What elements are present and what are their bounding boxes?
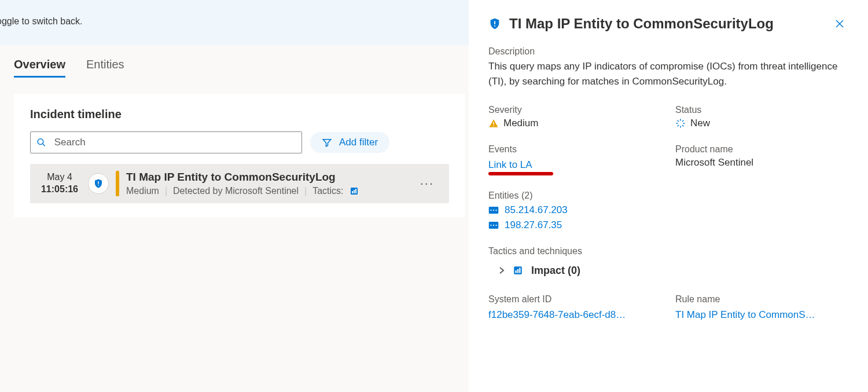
svg-rect-2 bbox=[98, 181, 99, 184]
timeline-date-day: May 4 bbox=[38, 171, 81, 184]
product-field: Product name Microsoft Sentinel bbox=[675, 144, 848, 175]
alert-id-label: System alert ID bbox=[488, 294, 661, 305]
ip-icon bbox=[488, 221, 499, 229]
status-text: New bbox=[690, 118, 710, 129]
entity-ip-text: 198.27.67.35 bbox=[505, 219, 562, 231]
svg-line-1 bbox=[42, 144, 45, 146]
field-grid: Severity Medium Status New Events Link t… bbox=[488, 105, 848, 175]
svg-rect-13 bbox=[493, 125, 494, 126]
panel-title: TI Map IP Entity to CommonSecurityLog bbox=[509, 16, 823, 32]
separator: | bbox=[304, 186, 307, 196]
alert-id-field: System alert ID f12be359-7648-7eab-6ecf-… bbox=[488, 294, 661, 321]
svg-line-21 bbox=[682, 120, 683, 121]
svg-point-28 bbox=[493, 225, 494, 226]
ip-icon bbox=[488, 206, 499, 214]
separator: | bbox=[165, 186, 167, 196]
severity-value: Medium bbox=[488, 118, 661, 129]
add-filter-label: Add filter bbox=[339, 137, 378, 148]
events-label: Events bbox=[488, 144, 661, 155]
tactic-impact-icon bbox=[350, 186, 359, 196]
svg-rect-12 bbox=[493, 122, 494, 124]
severity-text: Medium bbox=[503, 118, 538, 129]
panel-header: TI Map IP Entity to CommonSecurityLog bbox=[488, 15, 848, 32]
entity-ip-row[interactable]: 198.27.67.35 bbox=[488, 219, 848, 231]
timeline-date-time: 11:05:16 bbox=[38, 184, 81, 196]
search-row: Add filter bbox=[30, 131, 449, 153]
entity-ip-text: 85.214.67.203 bbox=[505, 204, 568, 216]
main-column: Overview Entities Incident timeline Add … bbox=[14, 58, 465, 217]
svg-rect-7 bbox=[355, 189, 356, 193]
timeline-title: TI Map IP Entity to CommonSecurityLog bbox=[126, 171, 410, 184]
search-icon bbox=[36, 137, 46, 148]
timeline-detected-by: Detected by Microsoft Sentinel bbox=[173, 186, 299, 196]
severity-bar bbox=[116, 171, 119, 196]
description-label: Description bbox=[488, 46, 848, 57]
timeline-tactics-label: Tactics: bbox=[312, 186, 343, 196]
entity-ip-row[interactable]: 85.214.67.203 bbox=[488, 204, 848, 216]
product-value: Microsoft Sentinel bbox=[675, 157, 848, 168]
timeline-severity: Medium bbox=[126, 186, 159, 196]
svg-rect-5 bbox=[352, 191, 353, 193]
svg-point-25 bbox=[495, 210, 496, 211]
svg-point-24 bbox=[493, 210, 494, 211]
svg-point-0 bbox=[38, 139, 43, 145]
incident-timeline-card: Incident timeline Add filter May 4 11:05… bbox=[14, 94, 465, 217]
more-actions-button[interactable]: ··· bbox=[417, 176, 437, 191]
status-label: Status bbox=[675, 105, 848, 115]
tab-overview[interactable]: Overview bbox=[14, 58, 65, 78]
status-value: New bbox=[675, 118, 848, 129]
banner-text: oggle to switch back. bbox=[0, 16, 83, 26]
shield-icon bbox=[488, 17, 501, 31]
svg-rect-8 bbox=[494, 21, 495, 24]
close-button[interactable] bbox=[831, 15, 848, 32]
product-label: Product name bbox=[675, 144, 848, 155]
close-icon bbox=[834, 19, 845, 29]
tabs: Overview Entities bbox=[14, 58, 465, 78]
svg-line-18 bbox=[678, 120, 679, 121]
entities-section: Entities (2) 85.214.67.203 198.27.67.35 bbox=[488, 190, 848, 231]
svg-point-23 bbox=[490, 210, 491, 211]
search-box[interactable] bbox=[30, 131, 302, 153]
timeline-heading: Incident timeline bbox=[30, 108, 449, 121]
tactic-row[interactable]: Impact (0) bbox=[499, 265, 848, 277]
timeline-body: TI Map IP Entity to CommonSecurityLog Me… bbox=[126, 171, 410, 196]
timeline-item[interactable]: May 4 11:05:16 TI Map IP Entity to Commo… bbox=[30, 164, 449, 203]
description-text: This query maps any IP indicators of com… bbox=[488, 59, 848, 90]
timeline-date: May 4 11:05:16 bbox=[38, 171, 81, 196]
alert-shield-icon bbox=[88, 173, 109, 194]
severity-field: Severity Medium bbox=[488, 105, 661, 129]
status-field: Status New bbox=[675, 105, 848, 129]
tab-entities[interactable]: Entities bbox=[86, 58, 124, 78]
annotation-underline bbox=[488, 172, 553, 175]
details-panel: TI Map IP Entity to CommonSecurityLog De… bbox=[469, 0, 868, 392]
bottom-grid: System alert ID f12be359-7648-7eab-6ecf-… bbox=[488, 294, 848, 321]
events-link[interactable]: Link to LA bbox=[488, 159, 532, 171]
alert-id-link[interactable]: f12be359-7648-7eab-6ecf-d8… bbox=[488, 309, 626, 321]
svg-line-20 bbox=[678, 125, 679, 126]
svg-rect-33 bbox=[519, 268, 520, 273]
status-new-icon bbox=[675, 118, 686, 129]
tactic-name: Impact (0) bbox=[531, 265, 580, 277]
svg-rect-3 bbox=[98, 185, 99, 186]
svg-rect-6 bbox=[354, 190, 355, 193]
rule-name-field: Rule name TI Map IP Entity to CommonS… bbox=[675, 294, 848, 321]
timeline-meta: Medium | Detected by Microsoft Sentinel … bbox=[126, 186, 410, 196]
rule-name-link[interactable]: TI Map IP Entity to CommonS… bbox=[675, 309, 815, 321]
svg-rect-9 bbox=[494, 25, 495, 27]
svg-rect-31 bbox=[516, 270, 517, 273]
chevron-right-icon bbox=[499, 266, 505, 274]
tactics-section: Tactics and techniques Impact (0) bbox=[488, 246, 848, 277]
severity-label: Severity bbox=[488, 105, 661, 115]
svg-point-27 bbox=[490, 225, 491, 226]
svg-rect-32 bbox=[517, 269, 518, 273]
rule-name-label: Rule name bbox=[675, 294, 848, 305]
add-filter-button[interactable]: Add filter bbox=[310, 132, 389, 153]
filter-icon bbox=[322, 137, 332, 148]
entities-label: Entities (2) bbox=[488, 190, 848, 201]
events-field: Events Link to LA bbox=[488, 144, 661, 175]
svg-line-19 bbox=[682, 125, 683, 126]
svg-point-29 bbox=[495, 225, 496, 226]
search-input[interactable] bbox=[54, 137, 296, 148]
warning-triangle-icon bbox=[488, 118, 499, 129]
tactic-impact-icon bbox=[513, 265, 523, 276]
